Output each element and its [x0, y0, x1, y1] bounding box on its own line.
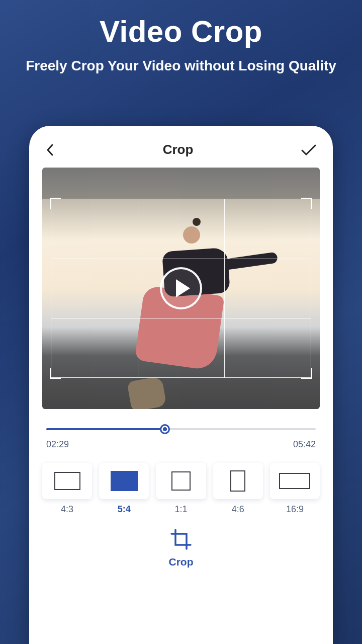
ratio-label: 4:3 — [61, 504, 73, 515]
ratio-shape-icon — [111, 471, 138, 491]
ratio-label: 4:6 — [232, 504, 244, 515]
current-time: 02:29 — [46, 439, 69, 450]
ratio-card — [270, 463, 320, 499]
screen-title: Crop — [163, 142, 194, 157]
ratio-option-5-4[interactable]: 5:4 — [99, 463, 149, 515]
ratio-option-4-3[interactable]: 4:3 — [42, 463, 92, 515]
total-time: 05:42 — [293, 439, 316, 450]
ratio-card — [42, 463, 92, 499]
ratio-picker: 4:35:41:14:616:9 — [42, 463, 320, 515]
ratio-label: 5:4 — [118, 504, 131, 515]
ratio-card — [99, 463, 149, 499]
phone-frame: Crop 02:29 05:42 4:3 — [29, 126, 333, 644]
video-preview[interactable] — [42, 168, 320, 409]
crop-icon — [169, 528, 193, 553]
ratio-shape-icon — [230, 470, 245, 492]
time-row: 02:29 05:42 — [46, 439, 316, 450]
ratio-label: 1:1 — [174, 504, 187, 515]
seek-slider[interactable] — [46, 422, 316, 436]
ratio-shape-icon — [171, 471, 191, 491]
marketing-hero: Video Crop Freely Crop Your Video withou… — [0, 0, 362, 85]
crop-handle-br[interactable] — [301, 368, 312, 379]
ratio-option-4-6[interactable]: 4:6 — [213, 463, 263, 515]
ratio-shape-icon — [279, 473, 310, 489]
crop-handle-tl[interactable] — [50, 198, 61, 209]
top-bar: Crop — [42, 139, 320, 168]
seek-thumb[interactable] — [160, 424, 170, 434]
hero-subtitle: Freely Crop Your Video without Losing Qu… — [20, 56, 342, 75]
crop-action[interactable]: Crop — [42, 528, 320, 568]
crop-handle-tr[interactable] — [301, 198, 312, 209]
play-button[interactable] — [160, 267, 202, 309]
ratio-shape-icon — [54, 472, 80, 490]
crop-action-label: Crop — [169, 556, 194, 568]
confirm-button[interactable] — [301, 143, 317, 156]
hero-title: Video Crop — [20, 14, 342, 49]
ratio-card — [213, 463, 263, 499]
seek-fill — [46, 428, 165, 430]
ratio-card — [156, 463, 206, 499]
ratio-option-1-1[interactable]: 1:1 — [156, 463, 206, 515]
crop-handle-bl[interactable] — [50, 368, 61, 379]
ratio-label: 16:9 — [286, 504, 304, 515]
back-button[interactable] — [45, 143, 55, 157]
ratio-option-16-9[interactable]: 16:9 — [270, 463, 320, 515]
